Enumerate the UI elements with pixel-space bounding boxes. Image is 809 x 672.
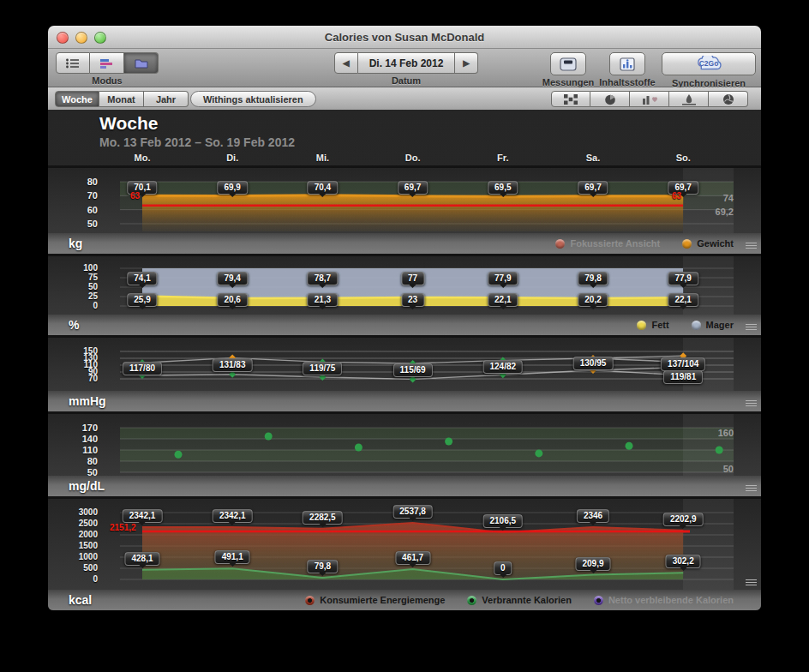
modus-group: Modus (53, 52, 161, 86)
close-button[interactable] (57, 32, 69, 44)
tab-woche[interactable]: Woche (55, 91, 99, 107)
body-composition-legend: FettMager (637, 315, 734, 335)
legend-dot (305, 596, 315, 605)
title-bar: Calories von Susan McDonald (48, 26, 761, 49)
scale-icon (560, 57, 577, 71)
cloud-sync-icon: C2Go (686, 56, 731, 73)
data-point (265, 432, 273, 440)
modus-journal-button[interactable] (124, 52, 159, 74)
weight-panel-footer: kg Fokussierte AnsichtGewicht (48, 233, 761, 254)
data-point (139, 372, 146, 379)
bars-heart-icon (642, 93, 657, 105)
panel-resize-handle[interactable] (746, 485, 757, 492)
bar-chart-icon (99, 57, 115, 69)
normal-range-band (120, 439, 734, 450)
healthy-range-band (120, 182, 734, 195)
glucose-unit-label: mg/dL (69, 479, 105, 493)
zoom-button[interactable] (94, 32, 106, 44)
future-gutter (683, 338, 734, 391)
dashboard-view-button[interactable] (551, 91, 590, 107)
previous-day-button[interactable]: ◀ (334, 52, 358, 74)
messungen-button[interactable] (550, 52, 586, 75)
panel-resize-handle[interactable] (746, 400, 757, 407)
legend-dot (555, 239, 565, 249)
glucose-panel-footer: mg/dL (48, 476, 761, 496)
data-point (355, 443, 363, 451)
inhaltsstoffe-button[interactable] (609, 52, 645, 75)
messungen-group: Messungen (541, 52, 596, 87)
body-composition-panel: 1007550250 74,179,478,77777,979,877,925,… (48, 256, 761, 335)
data-point (229, 355, 236, 362)
calories-legend: Konsumierte EnergiemengeVerbrannte Kalor… (305, 590, 734, 610)
panel-resize-handle[interactable] (746, 243, 757, 249)
main-toolbar: Modus ◀ Di. 14 Feb 2012 ▶ Datum Messunge… (48, 49, 761, 87)
weight-panel: 80706050 70,169,970,469,769,569,769,7636… (48, 168, 761, 254)
content-area: Woche Mo. 13 Feb 2012 – So. 19 Feb 2012 … (48, 110, 761, 610)
app-window: Calories von Susan McDonald Modus ◀ Di. … (48, 26, 761, 610)
panel-resize-handle[interactable] (746, 579, 757, 586)
modus-list-button[interactable] (56, 52, 90, 74)
y-tick-label: 70 (48, 191, 98, 200)
calories-unit-label: kcal (69, 593, 92, 607)
screen: { "window": { "title": "Calories von Sus… (0, 0, 809, 672)
glucose-panel: 1701401108050 16050 mg/dL (48, 414, 761, 496)
day-label: So. (676, 153, 691, 163)
legend-item[interactable]: Gewicht (682, 238, 734, 249)
tab-jahr[interactable]: Jahr (144, 91, 189, 107)
legend-label: Verbrannte Kalorien (482, 595, 572, 605)
data-point (410, 360, 416, 367)
page-title: Woche (99, 113, 158, 134)
weight-legend: Fokussierte AnsichtGewicht (555, 233, 734, 254)
minimize-button[interactable] (75, 32, 87, 44)
period-tabs: Woche Monat Jahr (55, 91, 189, 107)
weight-chart-view-button[interactable] (630, 91, 669, 107)
legend-item[interactable]: Verbrannte Kalorien (467, 595, 572, 605)
data-point (535, 449, 542, 457)
view-bar: Woche Monat Jahr Withings aktualisieren (48, 87, 761, 111)
date-value[interactable]: Di. 14 Feb 2012 (358, 52, 456, 74)
legend-item[interactable]: Fokussierte Ansicht (555, 238, 660, 249)
synchronisieren-button[interactable]: C2Go (662, 52, 756, 75)
pie-chart-view-button[interactable] (590, 91, 630, 107)
nutrients-icon (619, 57, 636, 71)
y-tick-label: 500 (48, 564, 98, 573)
panel-resize-handle[interactable] (746, 324, 757, 331)
aperture-icon (722, 93, 735, 105)
data-point (716, 446, 723, 453)
y-tick-label: 60 (48, 206, 98, 214)
legend-dot (594, 596, 603, 605)
window-title: Calories von Susan McDonald (48, 31, 761, 44)
legend-item[interactable]: Konsumierte Energiemenge (305, 595, 445, 605)
y-tick-label: 25 (48, 292, 98, 301)
data-point (410, 375, 416, 382)
normal-range-band (120, 450, 734, 461)
day-label: Fr. (497, 153, 508, 163)
data-point (175, 451, 183, 459)
grid-icon (563, 93, 578, 105)
blood-pressure-panel: 1501301109070 117/80131/83119/75115/6912… (48, 338, 761, 411)
data-point (319, 374, 326, 381)
synchronisieren-label: Synchronisieren (660, 78, 758, 88)
legend-item[interactable]: Mager (692, 320, 734, 330)
data-point (626, 442, 633, 450)
aperture-view-button[interactable] (709, 91, 748, 107)
future-gutter (683, 414, 734, 476)
normal-range-band (120, 461, 734, 472)
data-point (590, 367, 596, 374)
y-tick-label: 0 (48, 575, 98, 584)
future-gutter (683, 499, 734, 590)
legend-item[interactable]: Netto verbleibende Kalorien (594, 595, 734, 605)
date-stepper: ◀ Di. 14 Feb 2012 ▶ (334, 52, 478, 74)
legend-item[interactable]: Fett (637, 320, 668, 330)
legend-label: Fokussierte Ansicht (570, 238, 660, 249)
body-composition-panel-footer: % FettMager (48, 315, 761, 335)
y-tick-label: 1500 (48, 542, 98, 550)
y-tick-label: 70 (48, 375, 98, 383)
water-chart-view-button[interactable] (669, 91, 709, 107)
y-tick-label: 3000 (48, 508, 98, 517)
synchronisieren-group: C2Go Synchronisieren (660, 52, 758, 88)
next-day-button[interactable]: ▶ (455, 52, 478, 74)
tab-monat[interactable]: Monat (99, 91, 144, 107)
withings-update-button[interactable]: Withings aktualisieren (190, 91, 316, 107)
modus-chart-button[interactable] (90, 52, 124, 74)
